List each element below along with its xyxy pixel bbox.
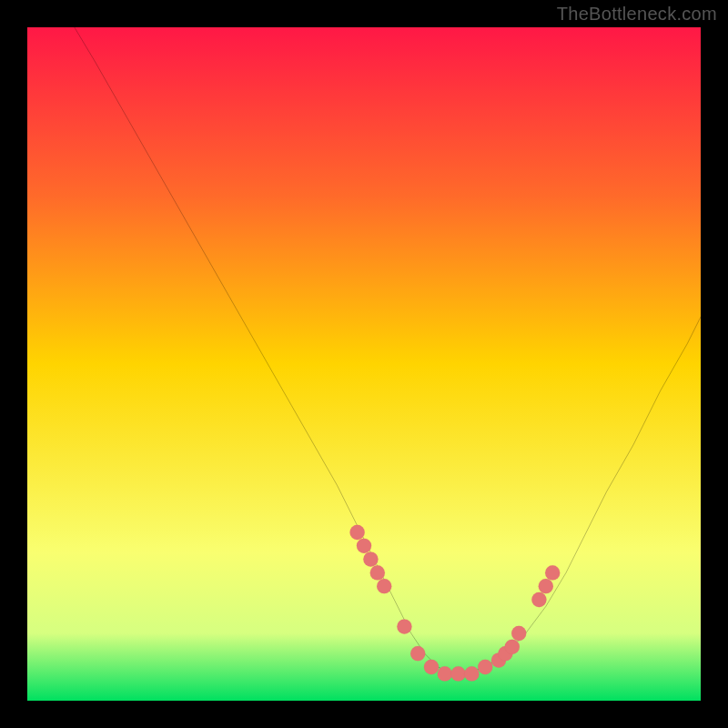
marker-dot bbox=[531, 592, 546, 607]
marker-dot bbox=[478, 660, 492, 674]
plot-border bbox=[701, 23, 705, 705]
marker-dot bbox=[397, 619, 411, 633]
watermark-text: TheBottleneck.com bbox=[557, 4, 717, 25]
marker-dot bbox=[377, 579, 391, 593]
marker-dot bbox=[357, 539, 371, 553]
marker-dot bbox=[363, 551, 378, 566]
marker-dot bbox=[539, 579, 553, 593]
marker-dot bbox=[349, 525, 364, 540]
plot-border bbox=[23, 701, 705, 705]
marker-dot bbox=[464, 666, 479, 681]
marker-dot bbox=[410, 646, 425, 661]
marker-dot bbox=[370, 565, 385, 580]
marker-dot bbox=[424, 660, 439, 674]
gradient-background bbox=[27, 27, 701, 701]
marker-dot bbox=[505, 640, 520, 654]
chart-frame: TheBottleneck.com bbox=[0, 0, 728, 728]
marker-dot bbox=[450, 666, 465, 681]
bottleneck-chart bbox=[27, 27, 701, 701]
marker-dot bbox=[545, 565, 560, 580]
marker-dot bbox=[511, 626, 526, 641]
marker-dot bbox=[438, 666, 452, 681]
